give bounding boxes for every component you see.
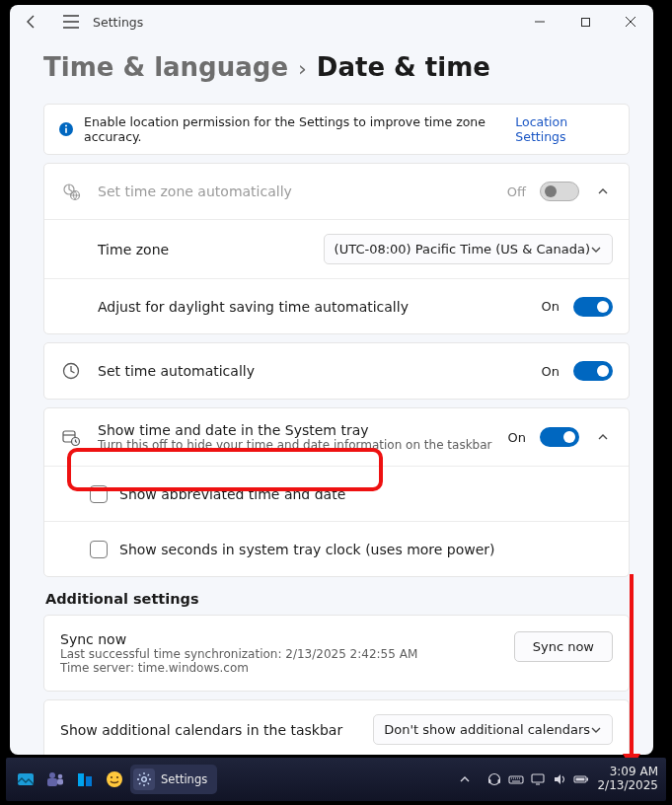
systray-toggle[interactable]	[540, 427, 579, 447]
abbrev-label: Show abbreviated time and date	[119, 486, 345, 502]
annotation-arrow-line	[630, 574, 634, 756]
auto-time-card: Set time automatically On	[43, 342, 630, 400]
location-info-banner: Enable location permission for the Setti…	[43, 104, 630, 155]
svg-rect-11	[47, 778, 57, 786]
minimize-button[interactable]	[517, 5, 562, 38]
svg-rect-22	[498, 779, 501, 783]
window-controls	[517, 5, 653, 38]
dst-state: On	[542, 299, 560, 314]
svg-point-12	[58, 774, 63, 779]
taskbar-company-icon[interactable]	[71, 766, 99, 793]
svg-rect-13	[57, 779, 63, 785]
sync-now-button[interactable]: Sync now	[514, 631, 613, 662]
info-icon	[58, 121, 74, 137]
svg-point-20	[489, 774, 500, 785]
timezone-auto-state: Off	[507, 184, 526, 199]
auto-time-toggle[interactable]	[573, 361, 613, 381]
calendars-label: Show additional calendars in the taskbar	[60, 722, 373, 738]
menu-button[interactable]	[53, 15, 89, 29]
svg-rect-23	[509, 776, 523, 783]
svg-rect-26	[587, 778, 589, 781]
system-tray[interactable]	[486, 771, 589, 787]
dst-label: Adjust for daylight saving time automati…	[98, 299, 542, 315]
gear-icon	[133, 768, 155, 790]
sync-line1: Last successful time synchronization: 2/…	[60, 647, 514, 661]
chevron-down-icon	[590, 724, 602, 736]
timezone-card: Set time zone automatically Off Time zon…	[43, 163, 630, 334]
timezone-auto-label: Set time zone automatically	[98, 183, 507, 199]
taskbar-left: Settings	[6, 765, 217, 794]
calendars-select[interactable]: Don't show additional calendars	[373, 714, 613, 745]
systray-card: Show time and date in the System tray Tu…	[43, 407, 630, 577]
seconds-checkbox[interactable]	[90, 541, 108, 558]
tray-chevron-up-icon[interactable]	[451, 766, 479, 793]
auto-time-row: Set time automatically On	[44, 343, 629, 399]
dst-row: Adjust for daylight saving time automati…	[44, 278, 629, 333]
timezone-auto-row[interactable]: Set time zone automatically Off	[44, 164, 629, 219]
svg-point-17	[111, 776, 112, 778]
location-settings-link[interactable]: Location Settings	[515, 114, 615, 144]
settings-window: Settings Time & language › Date & time E…	[10, 5, 653, 755]
breadcrumb-separator: ›	[298, 56, 307, 81]
svg-point-19	[142, 777, 147, 782]
svg-rect-21	[488, 779, 491, 783]
spacer	[60, 296, 98, 318]
auto-time-state: On	[542, 364, 560, 379]
timezone-value: (UTC-08:00) Pacific Time (US & Canada)	[335, 242, 590, 256]
abbrev-row[interactable]: Show abbreviated time and date	[44, 466, 629, 521]
auto-time-label: Set time automatically	[98, 363, 542, 379]
timezone-label: Time zone	[98, 242, 324, 257]
systray-row[interactable]: Show time and date in the System tray Tu…	[44, 408, 629, 466]
tray-monitor-icon	[530, 771, 546, 787]
clock-icon	[60, 360, 82, 382]
calendars-card: Show additional calendars in the taskbar…	[43, 699, 630, 755]
svg-rect-14	[78, 773, 84, 786]
svg-rect-24	[532, 774, 544, 782]
sync-row: Sync now Last successful time synchroniz…	[44, 616, 629, 691]
sync-line2: Time server: time.windows.com	[60, 661, 514, 675]
chevron-down-icon	[590, 244, 602, 256]
tray-headset-icon	[486, 771, 502, 787]
breadcrumb-page: Date & time	[317, 52, 490, 82]
systray-label: Show time and date in the System tray	[98, 422, 508, 438]
taskbar-teams-icon[interactable]	[41, 766, 69, 793]
timezone-auto-toggle	[540, 182, 579, 201]
tray-battery-icon	[573, 771, 589, 787]
svg-point-10	[49, 772, 55, 778]
taskbar-pictures-icon[interactable]	[12, 766, 39, 793]
taskbar: Settings 3:09 AM 2/13/2025	[6, 758, 666, 801]
timezone-expand[interactable]	[593, 185, 613, 197]
svg-point-16	[107, 771, 122, 787]
seconds-row[interactable]: Show seconds in system tray clock (uses …	[44, 521, 629, 576]
systray-sub: Turn this off to hide your time and date…	[98, 438, 508, 452]
calendars-row: Show additional calendars in the taskbar…	[44, 700, 629, 755]
svg-rect-2	[65, 128, 67, 133]
banner-text: Enable location permission for the Setti…	[84, 114, 515, 144]
breadcrumb-group[interactable]: Time & language	[43, 52, 288, 82]
svg-point-3	[65, 125, 67, 127]
spacer	[60, 239, 98, 260]
taskbar-settings-app[interactable]: Settings	[130, 765, 217, 794]
systray-state: On	[508, 430, 526, 445]
calendars-value: Don't show additional calendars	[384, 722, 590, 737]
taskbar-app-label: Settings	[161, 772, 207, 786]
timezone-select[interactable]: (UTC-08:00) Pacific Time (US & Canada)	[324, 234, 613, 264]
dst-toggle[interactable]	[573, 297, 613, 317]
close-button[interactable]	[608, 5, 653, 38]
seconds-label: Show seconds in system tray clock (uses …	[119, 542, 495, 557]
sync-title: Sync now	[60, 631, 514, 647]
app-title: Settings	[93, 15, 143, 30]
svg-rect-15	[86, 776, 92, 786]
additional-header: Additional settings	[45, 591, 628, 607]
maximize-button[interactable]	[562, 5, 608, 38]
back-button[interactable]	[10, 14, 53, 30]
svg-rect-27	[576, 778, 585, 781]
svg-rect-0	[581, 18, 589, 26]
taskbar-clock[interactable]: 3:09 AM 2/13/2025	[597, 766, 658, 793]
abbrev-checkbox[interactable]	[90, 485, 108, 503]
taskbar-date: 2/13/2025	[597, 779, 658, 793]
globe-clock-icon	[60, 181, 82, 202]
taskbar-emoji-icon[interactable]	[101, 766, 128, 793]
systray-expand[interactable]	[593, 431, 613, 443]
content-scroll[interactable]: Enable location permission for the Setti…	[10, 90, 653, 755]
